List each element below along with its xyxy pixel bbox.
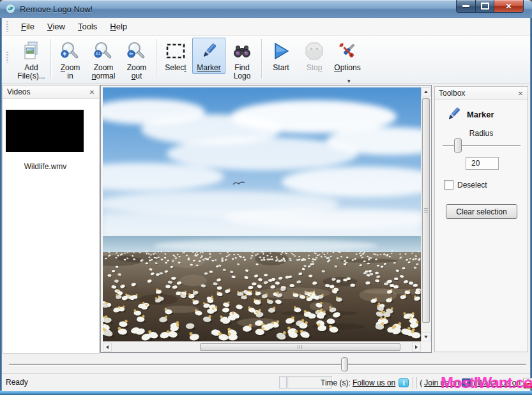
- vertical-scrollbar[interactable]: [421, 87, 430, 341]
- label-line: File(s)...: [17, 72, 45, 80]
- zoom-out-icon: [126, 40, 148, 62]
- label-text: ile: [26, 22, 34, 31]
- vertical-scroll-thumb[interactable]: [422, 98, 430, 323]
- menu-item-view[interactable]: View: [41, 19, 72, 34]
- add-file-icon: [20, 40, 42, 62]
- twitter-icon[interactable]: t: [399, 378, 409, 387]
- close-button[interactable]: ✕: [494, 0, 524, 13]
- toolbox-panel-close-icon[interactable]: ✕: [516, 89, 525, 98]
- stop-icon: [303, 40, 325, 62]
- toolbox-panel: Toolbox ✕ Marker Radius Deselect Clear s…: [434, 86, 528, 352]
- label-text: ools: [82, 22, 97, 31]
- menu-item-file[interactable]: File: [15, 19, 41, 34]
- join-us-link[interactable]: Join us on: [424, 378, 459, 387]
- horizontal-scrollbar[interactable]: [103, 343, 421, 352]
- scroll-up-button[interactable]: [422, 87, 430, 96]
- minimize-icon: [462, 5, 469, 7]
- toolbar-button-marker[interactable]: Marker: [192, 38, 225, 74]
- arrow-down-icon: [424, 336, 428, 340]
- scroll-right-button[interactable]: [412, 343, 421, 352]
- status-text: Ready: [6, 378, 28, 387]
- toolbar-button-label: Start: [273, 64, 289, 72]
- label-text: p: [318, 63, 323, 72]
- menu-item-tools[interactable]: Tools: [72, 19, 103, 34]
- label-line: in: [61, 72, 80, 80]
- label-text: Sto: [307, 63, 318, 72]
- toolbar-separator: [261, 39, 262, 78]
- deselect-label: Deselect: [457, 181, 487, 190]
- video-frame[interactable]: [103, 87, 421, 341]
- deselect-row: Deselect: [444, 180, 487, 190]
- close-icon: ✕: [505, 2, 512, 11]
- videos-panel-title: Videos: [7, 87, 30, 96]
- minimize-button[interactable]: [456, 0, 476, 13]
- menu-item-help[interactable]: Help: [103, 19, 133, 34]
- youtube-icon[interactable]: You Tube: [523, 378, 532, 389]
- label-text: in: [67, 71, 73, 80]
- toolbar-button-label: Zoomout: [127, 64, 147, 80]
- toolbar-button-zoom-in[interactable]: Zoomin: [54, 38, 87, 82]
- label-text: Start: [273, 63, 289, 72]
- clear-selection-button[interactable]: Clear selection: [446, 204, 517, 219]
- video-thumbnail[interactable]: [6, 110, 84, 152]
- label-text: iew: [52, 22, 65, 31]
- radius-slider-thumb[interactable]: [454, 138, 462, 153]
- arrow-left-icon: [104, 345, 109, 349]
- video-preview-area: [100, 85, 432, 353]
- status-links: Time (s): Follow us on t ( Join us on f …: [320, 377, 532, 389]
- menubar-gripper[interactable]: [6, 21, 8, 32]
- app-window: Remove Logo Now! ✕ FileViewToolsHelp Add…: [0, 0, 532, 395]
- label-text: Zoom: [94, 63, 114, 72]
- arrow-up-icon: [424, 89, 428, 93]
- scroll-left-button[interactable]: [103, 343, 112, 352]
- toolbar-button-zoom-out[interactable]: Zoomout: [120, 38, 153, 82]
- toolbar-button-label: Zoomnormal: [92, 64, 116, 80]
- toolbar-button-label: Marker: [197, 64, 220, 72]
- menu-bar: FileViewToolsHelp: [2, 18, 530, 36]
- videos-panel-close-icon[interactable]: ✕: [87, 87, 96, 96]
- titlebar[interactable]: Remove Logo Now! ✕: [0, 0, 532, 18]
- toolbar-overflow-icon[interactable]: ▾: [347, 78, 351, 84]
- time-label: Time (s):: [321, 378, 351, 387]
- label-text: Add: [24, 63, 38, 72]
- scroll-down-button[interactable]: [422, 332, 430, 341]
- timeline-thumb[interactable]: [341, 357, 348, 371]
- status-cell-small: [279, 376, 287, 389]
- label-text: ormal: [96, 71, 115, 80]
- toolbar-gripper[interactable]: [6, 52, 8, 63]
- horizontal-scroll-thumb[interactable]: [200, 343, 400, 351]
- toolbar-button-label: Stop: [307, 64, 323, 72]
- toolbar: AddFile(s)...Zoomin1:1ZoomnormalZoomoutS…: [2, 36, 530, 84]
- timeline: [2, 355, 530, 373]
- status-bar: Ready Time (s): Follow us on t ( Join us…: [2, 373, 530, 391]
- maximize-icon: [481, 3, 489, 10]
- label-text: File(s)...: [17, 71, 45, 80]
- marker-icon: [443, 105, 464, 124]
- find-logo-icon: [231, 40, 253, 62]
- facebook-icon[interactable]: f: [462, 378, 471, 387]
- toolbar-button-label: Select: [165, 64, 186, 72]
- label-line: normal: [92, 72, 116, 80]
- watch-us-link[interactable]: Watch Us on: [477, 378, 521, 387]
- label-line: Start: [273, 64, 289, 72]
- toolbar-button-add-files[interactable]: AddFile(s)...: [15, 38, 48, 82]
- radius-slider[interactable]: [443, 138, 521, 153]
- app-icon: [6, 4, 15, 13]
- toolbar-button-find-logo[interactable]: FindLogo: [225, 38, 259, 82]
- video-filename[interactable]: Wildlife.wmv: [3, 162, 87, 171]
- toolbar-button-options[interactable]: Options: [331, 38, 364, 74]
- toolbox-panel-header: Toolbox ✕: [435, 87, 528, 100]
- deselect-checkbox[interactable]: [444, 180, 453, 190]
- label-text: ptions: [340, 63, 361, 72]
- toolbar-button-start[interactable]: Start: [264, 38, 298, 74]
- follow-us-link[interactable]: Follow us on: [353, 378, 395, 387]
- radius-input[interactable]: [466, 157, 499, 170]
- video-frame-image: [103, 87, 421, 341]
- zoom-normal-icon: 1:1: [93, 40, 114, 62]
- maximize-button[interactable]: [476, 0, 494, 13]
- toolbar-button-select[interactable]: Select: [159, 38, 192, 74]
- window-border-bottom: [0, 391, 532, 395]
- timeline-track[interactable]: [9, 364, 526, 365]
- marker-icon: [198, 40, 220, 62]
- toolbar-button-zoom-normal[interactable]: 1:1Zoomnormal: [87, 38, 120, 82]
